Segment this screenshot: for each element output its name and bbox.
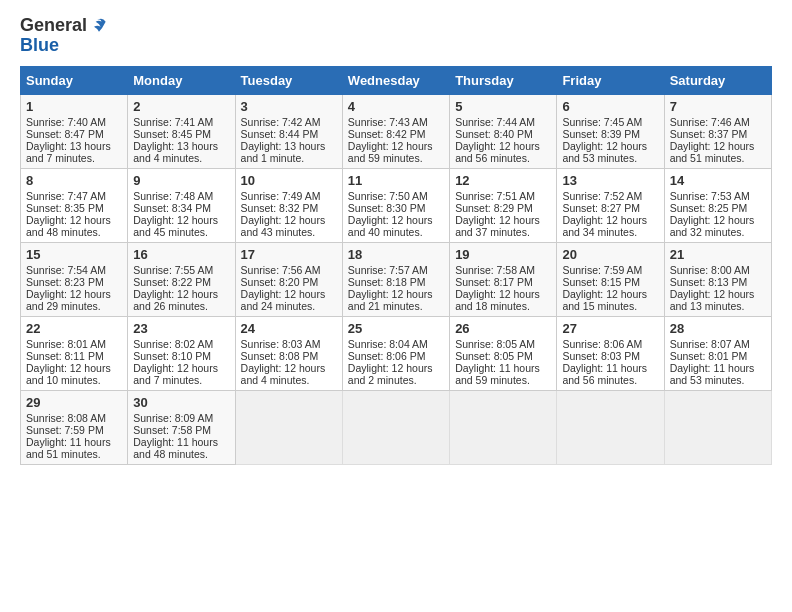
weekday-header-monday: Monday	[128, 66, 235, 94]
calendar-cell	[450, 390, 557, 464]
day-number: 17	[241, 247, 337, 262]
weekday-header-wednesday: Wednesday	[342, 66, 449, 94]
day-info-line: Daylight: 12 hours	[562, 288, 658, 300]
calendar-cell: 10Sunrise: 7:49 AMSunset: 8:32 PMDayligh…	[235, 168, 342, 242]
calendar-week-5: 29Sunrise: 8:08 AMSunset: 7:59 PMDayligh…	[21, 390, 772, 464]
day-number: 20	[562, 247, 658, 262]
day-info-line: Sunset: 8:25 PM	[670, 202, 766, 214]
day-number: 9	[133, 173, 229, 188]
calendar-cell: 20Sunrise: 7:59 AMSunset: 8:15 PMDayligh…	[557, 242, 664, 316]
day-info-line: Sunrise: 7:50 AM	[348, 190, 444, 202]
day-info-line: and 53 minutes.	[670, 374, 766, 386]
day-info-line: Sunrise: 7:43 AM	[348, 116, 444, 128]
logo-blue: Blue	[20, 35, 59, 55]
day-info-line: Sunset: 8:17 PM	[455, 276, 551, 288]
day-info-line: Sunrise: 7:59 AM	[562, 264, 658, 276]
day-info-line: Sunrise: 7:44 AM	[455, 116, 551, 128]
day-info-line: Daylight: 12 hours	[133, 288, 229, 300]
logo-general: General	[20, 16, 87, 36]
day-info-line: Sunrise: 7:57 AM	[348, 264, 444, 276]
day-info-line: Daylight: 12 hours	[670, 288, 766, 300]
day-number: 15	[26, 247, 122, 262]
day-number: 14	[670, 173, 766, 188]
calendar-cell: 25Sunrise: 8:04 AMSunset: 8:06 PMDayligh…	[342, 316, 449, 390]
day-info-line: Sunrise: 7:58 AM	[455, 264, 551, 276]
day-info-line: Daylight: 12 hours	[670, 140, 766, 152]
day-info-line: Daylight: 11 hours	[26, 436, 122, 448]
day-info-line: and 10 minutes.	[26, 374, 122, 386]
day-info-line: and 43 minutes.	[241, 226, 337, 238]
calendar-cell: 22Sunrise: 8:01 AMSunset: 8:11 PMDayligh…	[21, 316, 128, 390]
day-info-line: Sunrise: 7:49 AM	[241, 190, 337, 202]
day-info-line: Sunrise: 7:53 AM	[670, 190, 766, 202]
day-info-line: Sunset: 8:13 PM	[670, 276, 766, 288]
day-info-line: Daylight: 12 hours	[26, 214, 122, 226]
day-info-line: and 26 minutes.	[133, 300, 229, 312]
calendar-cell: 16Sunrise: 7:55 AMSunset: 8:22 PMDayligh…	[128, 242, 235, 316]
day-info-line: Daylight: 12 hours	[241, 288, 337, 300]
calendar-cell: 27Sunrise: 8:06 AMSunset: 8:03 PMDayligh…	[557, 316, 664, 390]
day-info-line: and 4 minutes.	[241, 374, 337, 386]
calendar-cell	[342, 390, 449, 464]
day-number: 4	[348, 99, 444, 114]
day-number: 24	[241, 321, 337, 336]
day-info-line: Sunset: 8:15 PM	[562, 276, 658, 288]
calendar-cell: 2Sunrise: 7:41 AMSunset: 8:45 PMDaylight…	[128, 94, 235, 168]
day-info-line: Sunrise: 8:05 AM	[455, 338, 551, 350]
day-info-line: and 56 minutes.	[455, 152, 551, 164]
day-number: 26	[455, 321, 551, 336]
day-info-line: Sunrise: 7:41 AM	[133, 116, 229, 128]
day-info-line: Sunrise: 8:04 AM	[348, 338, 444, 350]
day-number: 25	[348, 321, 444, 336]
day-info-line: and 37 minutes.	[455, 226, 551, 238]
day-info-line: Sunset: 8:30 PM	[348, 202, 444, 214]
day-info-line: Sunrise: 7:40 AM	[26, 116, 122, 128]
day-info-line: Daylight: 12 hours	[26, 362, 122, 374]
weekday-header-tuesday: Tuesday	[235, 66, 342, 94]
weekday-header-friday: Friday	[557, 66, 664, 94]
day-number: 16	[133, 247, 229, 262]
day-info-line: Daylight: 12 hours	[455, 288, 551, 300]
calendar-week-4: 22Sunrise: 8:01 AMSunset: 8:11 PMDayligh…	[21, 316, 772, 390]
day-number: 18	[348, 247, 444, 262]
day-number: 7	[670, 99, 766, 114]
day-info-line: Sunrise: 7:48 AM	[133, 190, 229, 202]
day-info-line: Sunrise: 8:08 AM	[26, 412, 122, 424]
calendar-cell: 18Sunrise: 7:57 AMSunset: 8:18 PMDayligh…	[342, 242, 449, 316]
day-info-line: Sunset: 8:18 PM	[348, 276, 444, 288]
calendar-cell: 12Sunrise: 7:51 AMSunset: 8:29 PMDayligh…	[450, 168, 557, 242]
day-info-line: and 4 minutes.	[133, 152, 229, 164]
day-info-line: Sunset: 8:06 PM	[348, 350, 444, 362]
calendar-cell: 23Sunrise: 8:02 AMSunset: 8:10 PMDayligh…	[128, 316, 235, 390]
day-info-line: and 56 minutes.	[562, 374, 658, 386]
logo: General Blue	[20, 16, 109, 56]
day-info-line: Sunset: 8:29 PM	[455, 202, 551, 214]
calendar-cell: 15Sunrise: 7:54 AMSunset: 8:23 PMDayligh…	[21, 242, 128, 316]
calendar-cell: 3Sunrise: 7:42 AMSunset: 8:44 PMDaylight…	[235, 94, 342, 168]
day-info-line: and 59 minutes.	[348, 152, 444, 164]
calendar-cell: 26Sunrise: 8:05 AMSunset: 8:05 PMDayligh…	[450, 316, 557, 390]
day-info-line: and 45 minutes.	[133, 226, 229, 238]
day-info-line: Sunrise: 7:46 AM	[670, 116, 766, 128]
day-info-line: and 1 minute.	[241, 152, 337, 164]
day-number: 30	[133, 395, 229, 410]
weekday-header-sunday: Sunday	[21, 66, 128, 94]
day-number: 23	[133, 321, 229, 336]
day-info-line: and 24 minutes.	[241, 300, 337, 312]
calendar-cell: 6Sunrise: 7:45 AMSunset: 8:39 PMDaylight…	[557, 94, 664, 168]
calendar-cell: 9Sunrise: 7:48 AMSunset: 8:34 PMDaylight…	[128, 168, 235, 242]
day-info-line: Sunset: 8:35 PM	[26, 202, 122, 214]
day-number: 21	[670, 247, 766, 262]
calendar-cell: 13Sunrise: 7:52 AMSunset: 8:27 PMDayligh…	[557, 168, 664, 242]
day-info-line: Sunset: 8:45 PM	[133, 128, 229, 140]
calendar-cell: 19Sunrise: 7:58 AMSunset: 8:17 PMDayligh…	[450, 242, 557, 316]
day-info-line: Daylight: 13 hours	[241, 140, 337, 152]
calendar-cell: 7Sunrise: 7:46 AMSunset: 8:37 PMDaylight…	[664, 94, 771, 168]
day-info-line: Sunset: 8:37 PM	[670, 128, 766, 140]
day-info-line: Daylight: 11 hours	[670, 362, 766, 374]
day-info-line: Daylight: 11 hours	[562, 362, 658, 374]
day-info-line: Sunrise: 7:42 AM	[241, 116, 337, 128]
calendar-cell	[235, 390, 342, 464]
calendar-cell: 30Sunrise: 8:09 AMSunset: 7:58 PMDayligh…	[128, 390, 235, 464]
day-info-line: Daylight: 12 hours	[241, 362, 337, 374]
